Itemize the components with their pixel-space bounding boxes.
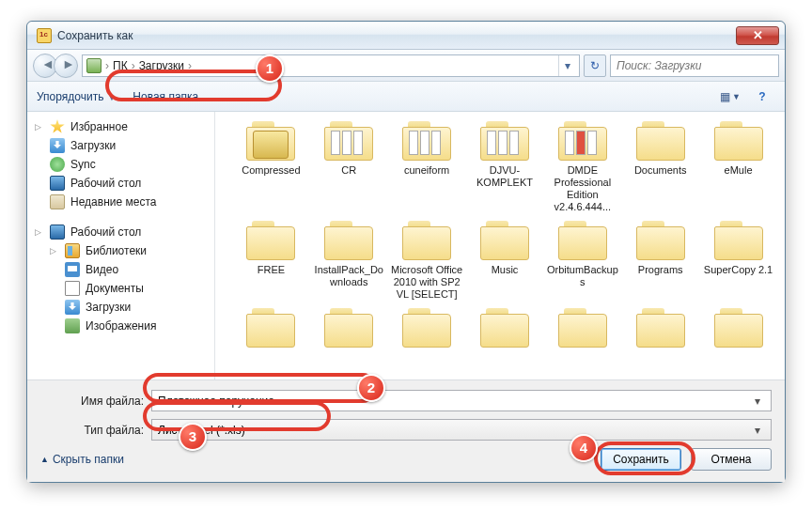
- annotation-bubble-4: 4: [570, 434, 598, 462]
- folder-label: Music: [468, 264, 542, 276]
- sidebar-libraries[interactable]: ▷Библиотеки: [31, 241, 211, 260]
- folder-icon: [480, 221, 529, 260]
- desktop-icon: [50, 176, 65, 191]
- folder-item[interactable]: Documents: [623, 121, 697, 213]
- view-options-button[interactable]: ▦▼: [717, 86, 743, 107]
- sidebar-downloads[interactable]: Загрузки: [31, 136, 211, 155]
- bottom-panel: Имя файла: Платежное поручение ▾ Тип фай…: [27, 379, 785, 482]
- folder-item[interactable]: CR: [312, 121, 386, 213]
- video-icon: [65, 262, 80, 277]
- window-title: Сохранить как: [57, 29, 133, 42]
- download-icon: [50, 138, 65, 153]
- folder-label: Programs: [623, 264, 697, 276]
- new-folder-button[interactable]: Новая папка: [133, 90, 198, 103]
- folder-icon: [558, 308, 607, 348]
- recent-icon: [50, 194, 65, 209]
- annotation-bubble-1: 1: [256, 54, 284, 83]
- folder-label: Documents: [623, 164, 697, 177]
- sidebar-recent[interactable]: Недавние места: [31, 193, 211, 211]
- sidebar-images[interactable]: Изображения: [31, 317, 211, 335]
- folder-icon: [480, 121, 529, 161]
- folder-icon: [246, 121, 295, 161]
- help-button[interactable]: ?: [749, 86, 775, 107]
- breadcrumb-root[interactable]: ПК: [113, 59, 128, 72]
- folder-icon: [636, 221, 685, 260]
- filename-input[interactable]: Платежное поручение ▾: [151, 390, 772, 411]
- breadcrumb-dropdown[interactable]: ▾: [558, 55, 575, 76]
- folder-icon: [558, 121, 607, 161]
- folder-item[interactable]: Programs: [623, 221, 697, 301]
- nav-bar: ◄ ► › ПК › Загрузки › ▾ ↻: [27, 50, 785, 82]
- folder-item[interactable]: [468, 308, 542, 351]
- sidebar-videos[interactable]: Видео: [31, 260, 211, 279]
- folder-icon: [558, 221, 607, 260]
- folder-icon: [402, 308, 451, 348]
- folder-icon: [714, 221, 763, 260]
- file-pane[interactable]: CompressedCRcuneiformDJVU-KOMPLEKTDMDE P…: [215, 112, 785, 379]
- folder-item[interactable]: InstallPack_Downloads: [312, 221, 386, 301]
- sidebar-desktop-root[interactable]: ▷Рабочий стол: [31, 223, 211, 241]
- folder-item[interactable]: [312, 308, 386, 351]
- filetype-label: Тип файла:: [40, 424, 144, 437]
- folder-item[interactable]: eMule: [701, 121, 775, 213]
- sidebar-sync[interactable]: Sync: [31, 155, 211, 174]
- star-icon: [50, 119, 65, 134]
- save-as-dialog: Сохранить как ✕ ◄ ► › ПК › Загрузки › ▾ …: [26, 21, 786, 483]
- folder-icon: [402, 221, 451, 260]
- breadcrumb[interactable]: › ПК › Загрузки › ▾: [82, 54, 580, 77]
- folder-item[interactable]: DMDE Professional Edition v2.4.6.444...: [545, 121, 619, 213]
- folder-item[interactable]: FREE: [234, 221, 308, 301]
- folder-label: DJVU-KOMPLEKT: [468, 164, 542, 189]
- folder-item[interactable]: Microsoft Office 2010 with SP2 VL [SELEC…: [390, 221, 464, 301]
- folder-label: FREE: [234, 264, 308, 276]
- folder-label: OrbitumBackups: [545, 264, 619, 288]
- sidebar-documents[interactable]: Документы: [31, 279, 211, 298]
- folder-icon: [246, 308, 295, 348]
- filetype-select[interactable]: Лист Excel (*.xls) ▾: [151, 419, 772, 441]
- chevron-down-icon[interactable]: ▾: [750, 424, 765, 437]
- folder-item[interactable]: DJVU-KOMPLEKT: [468, 121, 542, 213]
- document-icon: [65, 281, 80, 296]
- folder-item[interactable]: Compressed: [234, 121, 308, 213]
- folder-item[interactable]: Music: [468, 221, 542, 301]
- close-button[interactable]: ✕: [736, 26, 779, 45]
- sync-icon: [50, 157, 65, 172]
- folder-item[interactable]: [390, 308, 464, 351]
- annotation-bubble-2: 2: [357, 374, 385, 402]
- folder-item[interactable]: SuperCopy 2.1: [701, 221, 775, 301]
- organize-menu[interactable]: Упорядочить▼: [37, 90, 116, 103]
- sidebar-desktop[interactable]: Рабочий стол: [31, 174, 211, 193]
- folder-item[interactable]: [234, 308, 308, 351]
- folder-icon: [246, 221, 295, 260]
- library-icon: [65, 243, 80, 258]
- folder-item[interactable]: OrbitumBackups: [545, 221, 619, 301]
- folder-icon: [324, 221, 373, 260]
- breadcrumb-folder[interactable]: Загрузки: [139, 59, 184, 72]
- app-icon: [37, 28, 52, 43]
- sidebar-downloads2[interactable]: Загрузки: [31, 298, 211, 317]
- folder-item[interactable]: [545, 308, 619, 351]
- filename-label: Имя файла:: [40, 395, 144, 408]
- nav-forward-button[interactable]: ►: [54, 54, 78, 78]
- folder-label: Microsoft Office 2010 with SP2 VL [SELEC…: [390, 264, 464, 301]
- folder-label: Compressed: [234, 164, 308, 177]
- folder-icon: [402, 121, 451, 161]
- folder-icon: [714, 121, 763, 161]
- search-input[interactable]: [610, 54, 779, 77]
- save-button[interactable]: Сохранить: [601, 448, 681, 471]
- folder-label: CR: [312, 164, 386, 177]
- hide-folders-link[interactable]: ▲Скрыть папки: [40, 453, 124, 466]
- folder-label: cuneiform: [390, 164, 464, 177]
- folder-item[interactable]: [701, 308, 775, 351]
- folder-item[interactable]: [623, 308, 697, 351]
- folder-icon: [324, 308, 373, 348]
- download-icon: [65, 300, 80, 315]
- sidebar-favorites[interactable]: ▷Избранное: [31, 117, 211, 136]
- chevron-down-icon[interactable]: ▾: [750, 395, 765, 408]
- folder-item[interactable]: cuneiform: [390, 121, 464, 213]
- folder-icon: [480, 308, 529, 348]
- folder-label: SuperCopy 2.1: [701, 264, 775, 276]
- cancel-button[interactable]: Отмена: [691, 448, 772, 471]
- folder-icon: [636, 308, 685, 348]
- refresh-button[interactable]: ↻: [584, 54, 606, 77]
